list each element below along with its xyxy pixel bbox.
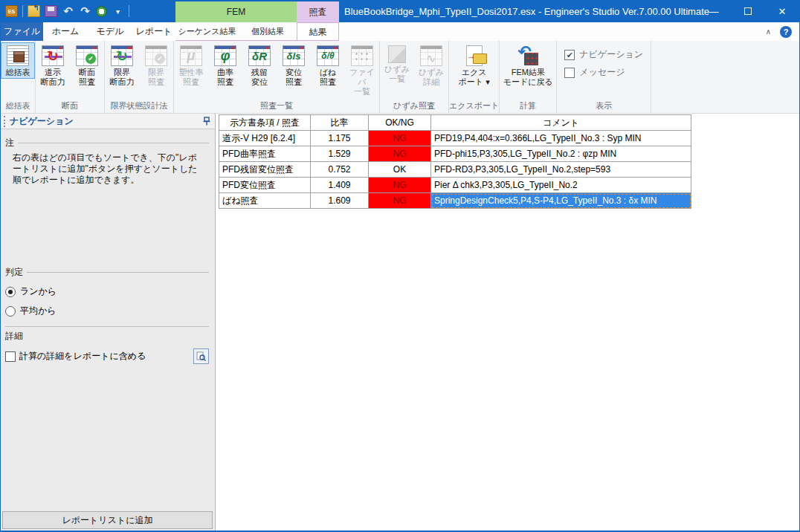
ribbon-button-label: ばね 照査 (320, 68, 337, 87)
ribbon-button-総括表[interactable]: 総括表 (1, 42, 35, 79)
fiber-list-icon (351, 45, 373, 66)
include-detail-checkbox[interactable] (5, 351, 16, 362)
qat-dropdown-icon[interactable] (112, 5, 124, 17)
ribbon-group-label: 照査一覧 (174, 100, 379, 113)
ribbon-checkbox-ナビゲーション[interactable]: ✔ナビゲーション (564, 48, 643, 61)
performance-icon[interactable] (96, 6, 107, 17)
ribbon-button-道示断面力[interactable]: ↻道示 断面力 (36, 42, 70, 88)
collapse-ribbon-icon[interactable]: ∧ (766, 27, 771, 36)
tab-ファイル[interactable]: ファイル (1, 22, 43, 41)
ribbon-button-限界断面力[interactable]: ↻限界 断面力 (105, 42, 139, 88)
results-area: 示方書条項 / 照査比率OK/NGコメント 道示-V H29 [6.2.4]1.… (216, 114, 799, 531)
ribbon-group-エクスポート: エクス ポート ▾エクスポート (449, 41, 500, 113)
tab-ホーム[interactable]: ホーム (43, 22, 88, 41)
table-row: PFD変位照査1.409NGPier Δ chk3,P3,305,LG_Type… (219, 178, 691, 193)
cell-comment[interactable]: PFD19,P4,404:x=0.366L,LG_TypeII_No.3 : S… (431, 131, 691, 146)
cell-okng[interactable]: NG (369, 146, 431, 162)
radio-label: ランから (20, 285, 57, 298)
results-table-header-row: 示方書条項 / 照査比率OK/NGコメント (219, 115, 691, 131)
ribbon-checkbox-メッセージ[interactable]: メッセージ (564, 66, 643, 79)
save-icon[interactable] (45, 5, 57, 17)
ribbon-group-計算: FEM結果 モードに戻る計算 (500, 41, 557, 113)
navigation-header: ナビゲーション (1, 114, 215, 129)
cell-name[interactable]: PFD変位照査 (219, 178, 311, 193)
phi-icon: φ (214, 45, 236, 66)
cell-ratio[interactable]: 1.409 (311, 178, 369, 193)
maximize-button[interactable] (731, 0, 765, 22)
close-button[interactable]: ✕ (765, 0, 799, 22)
note-text: 右の表はどの項目でもソートでき、下の"レポートリストに追加"ボタンを押すとソート… (13, 152, 204, 186)
ribbon-group-label: 総括表 (1, 100, 35, 113)
tab-レポート[interactable]: レポート (132, 22, 175, 41)
ribbon-button-エクスポート ▾[interactable]: エクス ポート ▾ (457, 42, 491, 88)
column-header[interactable]: OK/NG (369, 115, 431, 131)
undo-icon[interactable] (62, 5, 74, 17)
cell-ratio[interactable]: 0.752 (311, 162, 369, 178)
content-area: ナビゲーション 注 右の表はどの項目でもソートでき、下の"レポートリストに追加"… (1, 114, 799, 531)
cell-name[interactable]: PFD曲率照査 (219, 146, 311, 162)
ribbon-button-label: ファイバ 一覧 (346, 68, 378, 97)
navigation-title: ナビゲーション (10, 115, 201, 128)
tab-結果[interactable]: 結果 (297, 22, 339, 41)
open-file-icon[interactable] (28, 5, 40, 17)
column-header[interactable]: 比率 (311, 115, 369, 131)
mu-icon: μ (180, 45, 202, 66)
cell-comment[interactable]: SpringDesignCheck5,P4,S-P4,LG_TypeII_No.… (431, 193, 691, 209)
ribbon-button-変位照査[interactable]: δls変位 照査 (277, 42, 311, 88)
app-logo-icon (5, 5, 18, 17)
note-section-label: 注 (5, 137, 209, 149)
cell-ratio[interactable]: 1.175 (311, 131, 369, 146)
cell-name[interactable]: PFD残留変位照査 (219, 162, 311, 178)
cell-okng[interactable]: NG (369, 178, 431, 193)
cell-name[interactable]: 道示-V H29 [6.2.4] (219, 131, 311, 146)
title-bar: FEM 照査 BlueBookBridge_Mphi_TypeII_Dosi20… (1, 0, 799, 22)
cell-comment[interactable]: PFD-RD3,P3,305,LG_TypeII_No.2,step=593 (431, 162, 691, 178)
ribbon-group-ひずみ照査: ひずみ 一覧ひずみ 詳細ひずみ照査 (380, 41, 449, 113)
cell-name[interactable]: ばね照査 (219, 193, 311, 209)
cell-comment[interactable]: Pier Δ chk3,P3,305,LG_TypeII_No.2 (431, 178, 691, 193)
context-tab-fem[interactable]: FEM (175, 1, 297, 22)
window-controls: — ✕ (697, 0, 799, 22)
add-to-report-list-button[interactable]: レポートリストに追加 (2, 511, 213, 529)
radio-option-ランから[interactable]: ランから (5, 285, 209, 298)
cell-okng[interactable]: NG (369, 193, 431, 209)
ribbon-group-label: 断面 (36, 100, 104, 113)
tab-シーケンス結果[interactable]: シーケンス結果 (175, 22, 239, 41)
ribbon-button-label: 断面 照査 (79, 68, 95, 87)
cell-okng[interactable]: OK (369, 162, 431, 178)
preview-button[interactable] (193, 348, 209, 364)
navigation-panel: ナビゲーション 注 右の表はどの項目でもソートでき、下の"レポートリストに追加"… (1, 114, 216, 531)
tab-モデル[interactable]: モデル (88, 22, 132, 41)
navigation-body: 注 右の表はどの項目でもソートでき、下の"レポートリストに追加"ボタンを押すとソ… (1, 129, 215, 364)
column-header[interactable]: コメント (431, 115, 691, 131)
redo-icon[interactable] (79, 5, 91, 17)
checkbox-icon: ✔ (564, 50, 575, 60)
ribbon-button-ばね照査[interactable]: δ/θばね 照査 (311, 42, 345, 88)
radio-option-平均から[interactable]: 平均から (5, 305, 209, 317)
ribbon-button-label: エクス ポート ▾ (459, 68, 490, 87)
help-icon[interactable]: ? (780, 26, 792, 38)
context-tab-kensa[interactable]: 照査 (297, 1, 339, 22)
cell-comment[interactable]: PFD-phi15,P3,305,LG_TypeII_No.2 : φzp MI… (431, 146, 691, 162)
cell-okng[interactable]: NG (369, 131, 431, 146)
ribbon-button-label: 限界 照査 (148, 68, 164, 87)
ribbon-button-曲率照査[interactable]: φ曲率 照査 (208, 42, 242, 88)
grip-handle[interactable] (4, 116, 7, 127)
cell-ratio[interactable]: 1.529 (311, 146, 369, 162)
export-icon (466, 45, 483, 66)
toolbar-separator (22, 5, 23, 17)
ribbon-button-残留変位[interactable]: δR残留 変位 (242, 42, 277, 88)
ribbon-button-断面照査[interactable]: 断面 照査 (70, 42, 104, 88)
ribbon-button-FEM結果モードに戻る[interactable]: FEM結果 モードに戻る (500, 42, 556, 88)
minimize-button[interactable]: — (697, 0, 731, 22)
include-detail-label: 計算の詳細をレポートに含める (19, 350, 193, 363)
tab-個別結果[interactable]: 個別結果 (239, 22, 297, 41)
column-header[interactable]: 示方書条項 / 照査 (219, 115, 311, 131)
ribbon-group-限界状態設計法: ↻限界 断面力限界 照査限界状態設計法 (105, 41, 174, 113)
pin-icon[interactable] (201, 116, 212, 126)
ribbon-button-ひずみ詳細: ひずみ 詳細 (414, 42, 448, 88)
cell-ratio[interactable]: 1.609 (311, 193, 369, 209)
ribbon-tabstrip: ファイルホームモデルレポートシーケンス結果個別結果結果 ∧ ? (1, 22, 799, 41)
ribbon-group-label: ひずみ照査 (380, 100, 448, 113)
strain-detail-icon (420, 45, 442, 66)
